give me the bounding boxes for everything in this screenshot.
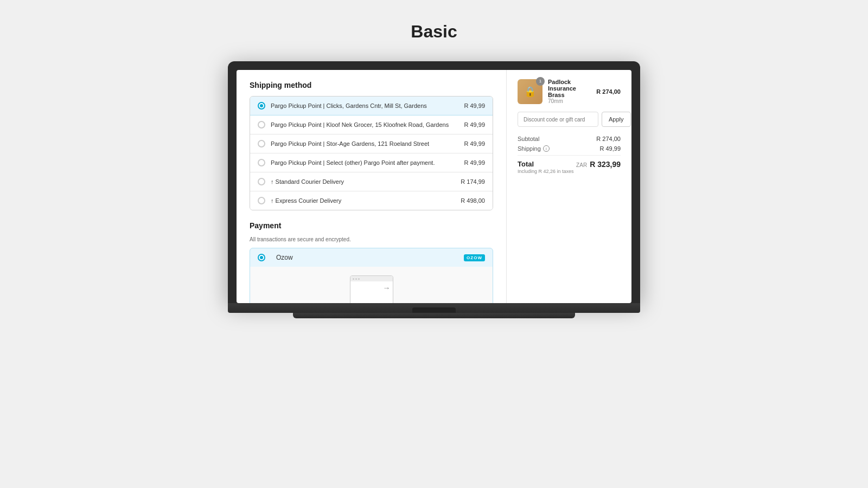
shipping-price-1: R 49,99 [464, 102, 485, 109]
browser-illustration: → [350, 275, 393, 303]
shipping-label-summary: Shipping i [518, 145, 550, 152]
shipping-price-4: R 49,99 [464, 159, 485, 166]
payment-subtitle: All transactions are secure and encrypte… [250, 236, 493, 242]
total-label: Total [518, 160, 574, 168]
totals: Subtotal R 274,00 Shipping i R 49,99 [518, 136, 621, 174]
shipping-option-6[interactable]: ↑ Express Courier Delivery R 498,00 [250, 191, 493, 210]
shipping-title: Shipping method [250, 81, 493, 89]
product-info: Padlock Insurance Brass 70mm [548, 79, 591, 104]
discount-input[interactable] [518, 112, 598, 127]
shipping-row: Shipping i R 49,99 [518, 145, 621, 152]
payment-header: Ozow OZOW [250, 248, 493, 267]
left-panel: Shipping method Pargo Pickup Point | Cli… [237, 70, 507, 303]
browser-body: → [350, 281, 393, 294]
browser-dot-2 [355, 278, 357, 280]
payment-section: Payment All transactions are secure and … [250, 221, 493, 303]
subtotal-row: Subtotal R 274,00 [518, 136, 621, 142]
shipping-option-2[interactable]: Pargo Pickup Point | Kloof Nek Grocer, 1… [250, 115, 493, 134]
shipping-option-1[interactable]: Pargo Pickup Point | Clicks, Gardens Cnt… [250, 97, 493, 115]
total-value: R 323,99 [590, 160, 621, 169]
shipping-section: Shipping method Pargo Pickup Point | Cli… [250, 81, 493, 210]
radio-opt1 [258, 102, 265, 110]
padlock-icon: 🔒 [524, 86, 536, 98]
laptop-notch [412, 307, 456, 313]
grand-total-row: Total Including R 42,26 in taxes ZAR R 3… [518, 155, 621, 174]
product-row: 🔒 1 Padlock Insurance Brass 70mm R 274,0… [518, 79, 621, 104]
shipping-price-3: R 49,99 [464, 140, 485, 147]
radio-opt5 [258, 178, 265, 185]
product-name: Padlock Insurance Brass [548, 79, 591, 98]
payment-radio [258, 254, 265, 261]
shipping-label-1: Pargo Pickup Point | Clicks, Gardens Cnt… [271, 102, 464, 109]
shipping-option-3[interactable]: Pargo Pickup Point | Stor-Age Gardens, 1… [250, 134, 493, 153]
browser-dot-1 [353, 278, 354, 280]
payment-option-ozow[interactable]: Ozow OZOW [250, 248, 493, 303]
subtotal-value: R 274,00 [596, 136, 621, 142]
shipping-cost: R 49,99 [599, 145, 621, 152]
redirect-arrow-icon: → [383, 284, 391, 292]
browser-bar [350, 276, 393, 281]
shipping-label-5: ↑ Standard Courier Delivery [271, 178, 461, 185]
laptop-frame: Shipping method Pargo Pickup Point | Cli… [228, 61, 640, 318]
apply-button[interactable]: Apply [602, 112, 631, 127]
laptop-base [228, 303, 640, 313]
browser-dot-3 [358, 278, 360, 280]
discount-row: Apply [518, 112, 621, 127]
product-price: R 274,00 [596, 88, 621, 95]
shipping-price-6: R 498,00 [461, 197, 485, 204]
shipping-price-5: R 174,99 [461, 178, 485, 185]
tax-note: Including R 42,26 in taxes [518, 169, 574, 174]
radio-opt2 [258, 121, 265, 129]
shipping-label-6: ↑ Express Courier Delivery [271, 197, 461, 204]
shipping-price-2: R 49,99 [464, 121, 485, 128]
shipping-label-3: Pargo Pickup Point | Stor-Age Gardens, 1… [271, 140, 464, 147]
product-variant: 70mm [548, 98, 591, 104]
shipping-label-2: Pargo Pickup Point | Kloof Nek Grocer, 1… [271, 121, 464, 128]
subtotal-label: Subtotal [518, 136, 539, 142]
shipping-info-icon: i [543, 145, 550, 152]
radio-opt6 [258, 197, 265, 204]
payment-method-name: Ozow [276, 254, 293, 261]
payment-content: → After clicking "Pay now", you will be … [250, 267, 493, 303]
laptop-bezel: Shipping method Pargo Pickup Point | Cli… [228, 61, 640, 303]
shipping-option-4[interactable]: Pargo Pickup Point | Select (other) Parg… [250, 153, 493, 172]
laptop-screen: Shipping method Pargo Pickup Point | Cli… [237, 70, 631, 303]
product-image: 🔒 1 [518, 79, 542, 104]
product-badge: 1 [536, 77, 545, 86]
page-title: Basic [411, 22, 457, 42]
laptop-stand [293, 313, 575, 318]
total-right: ZAR R 323,99 [576, 160, 621, 169]
radio-opt3 [258, 140, 265, 147]
shipping-option-5[interactable]: ↑ Standard Courier Delivery R 174,99 [250, 172, 493, 191]
shipping-options-list: Pargo Pickup Point | Clicks, Gardens Cnt… [250, 96, 493, 210]
total-left: Total Including R 42,26 in taxes [518, 160, 574, 174]
order-summary-panel: 🔒 1 Padlock Insurance Brass 70mm R 274,0… [507, 70, 631, 303]
total-currency: ZAR [576, 162, 587, 168]
radio-opt4 [258, 159, 265, 166]
shipping-label-4: Pargo Pickup Point | Select (other) Parg… [271, 159, 464, 166]
ozow-logo: OZOW [464, 254, 485, 261]
checkout-content: Shipping method Pargo Pickup Point | Cli… [237, 70, 631, 303]
payment-title: Payment [250, 221, 493, 230]
